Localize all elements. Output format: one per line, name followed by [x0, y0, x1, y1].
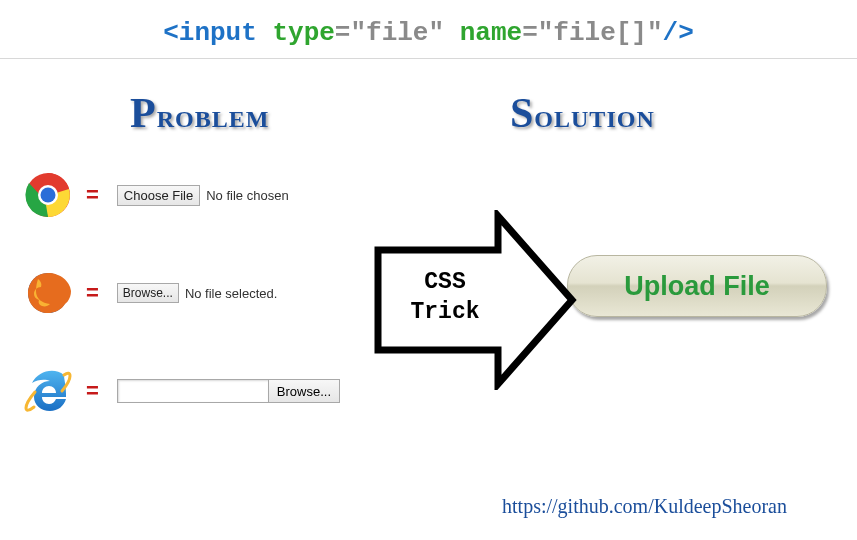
- chrome-file-status: No file chosen: [206, 188, 288, 203]
- firefox-row: = Browse... No file selected.: [20, 265, 400, 321]
- chrome-row: = Choose File No file chosen: [20, 167, 400, 223]
- upload-file-button[interactable]: Upload File: [567, 255, 827, 317]
- arrow-icon: CSS Trick: [368, 210, 578, 390]
- svg-point-2: [41, 188, 56, 203]
- solution-heading: Solution: [510, 89, 837, 137]
- ie-file-field: Browse...: [117, 379, 340, 403]
- code-snippet: <input type="file" name="file[]"/>: [0, 0, 857, 54]
- ie-browse-button[interactable]: Browse...: [268, 380, 339, 402]
- credit-link[interactable]: https://github.com/KuldeepSheoran: [502, 495, 787, 518]
- firefox-file-status: No file selected.: [185, 286, 278, 301]
- arrow-label: CSS Trick: [400, 268, 490, 328]
- problem-column: Problem = Choose File No file chosen: [20, 89, 400, 461]
- equals-sign: =: [86, 182, 99, 208]
- equals-sign: =: [86, 280, 99, 306]
- firefox-icon: [20, 265, 76, 321]
- chrome-icon: [20, 167, 76, 223]
- equals-sign: =: [86, 378, 99, 404]
- chrome-choose-file-button[interactable]: Choose File: [117, 185, 200, 206]
- ie-icon: [20, 363, 76, 419]
- problem-heading: Problem: [130, 89, 400, 137]
- ie-file-text-input[interactable]: [118, 380, 268, 402]
- ie-row: = Browse...: [20, 363, 400, 419]
- firefox-browse-button[interactable]: Browse...: [117, 283, 179, 303]
